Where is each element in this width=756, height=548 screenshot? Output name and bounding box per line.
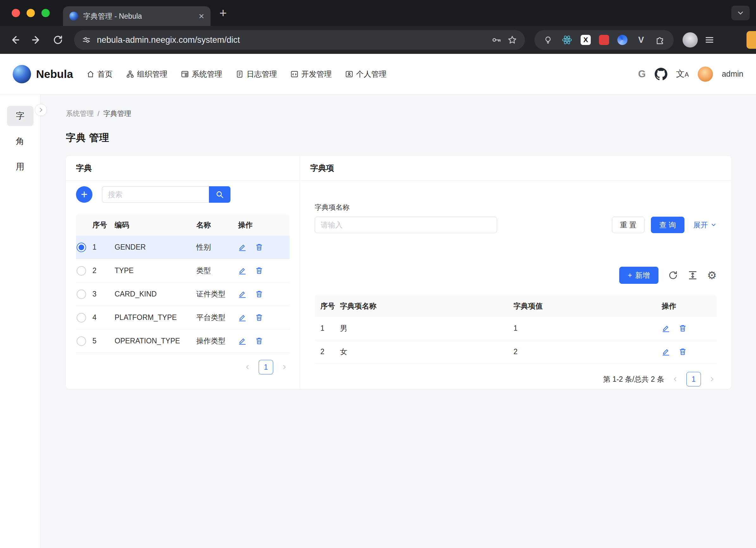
url-text[interactable]: nebula-admin.neegix.com/system/dict [97,35,240,45]
dict-search-button[interactable] [209,186,230,203]
row-index: 1 [92,243,115,251]
new-tab-button[interactable]: + [219,7,227,19]
dict-pagination: 1 [76,360,290,375]
page-number[interactable]: 1 [686,372,701,387]
sidebar-item-dict[interactable]: 字 [7,106,34,126]
nav-item-organization[interactable]: 组织管理 [126,69,167,79]
add-dict-button[interactable]: + [76,186,92,203]
nav-item-system[interactable]: 系统管理 [181,69,222,79]
delete-icon[interactable] [678,324,687,333]
delete-icon[interactable] [255,337,263,345]
side-panel-orange-icon[interactable] [747,31,756,49]
dict-search-input[interactable] [102,186,209,203]
nav-item-personal[interactable]: 个人管理 [345,69,387,79]
dict-row-platform-type[interactable]: 4 PLATFORM_TYPE 平台类型 [76,306,290,330]
dict-item-row-male[interactable]: 1 男 1 [315,317,717,340]
add-label: 新增 [635,270,650,280]
v-extension-icon[interactable]: V [636,35,646,45]
search-icon [215,190,224,199]
github-icon[interactable] [655,68,667,80]
edit-icon[interactable] [662,324,670,333]
page-number[interactable]: 1 [259,360,273,375]
tab-overflow-button[interactable] [731,6,750,20]
gitee-icon[interactable]: G [638,69,646,79]
sidebar-item-user[interactable]: 用 [7,156,34,177]
refresh-icon[interactable] [668,270,678,280]
browser-profile-avatar[interactable] [683,32,698,47]
row-index: 3 [92,290,115,299]
nav-label: 首页 [98,69,113,79]
delete-icon[interactable] [255,290,263,299]
user-avatar[interactable] [698,66,713,82]
red-extension-icon[interactable] [599,35,609,45]
window-zoom-button[interactable] [41,9,50,17]
prev-page-icon[interactable] [244,364,251,371]
row-radio-checked[interactable] [77,242,86,252]
dict-row-operation-type[interactable]: 5 OPERATION_TYPE 操作类型 [76,330,290,353]
nav-item-home[interactable]: 首页 [86,69,113,79]
next-page-icon[interactable] [281,364,288,371]
edit-icon[interactable] [238,290,247,299]
nav-label: 个人管理 [356,69,387,79]
row-radio[interactable] [77,313,86,323]
translate-icon[interactable]: 文A [676,70,689,78]
settings-gear-icon[interactable]: ⚙ [707,270,717,281]
expand-toggle[interactable]: 展开 [693,220,717,230]
dict-item-row-female[interactable]: 2 女 2 [315,340,717,364]
nav-item-logs[interactable]: 日志管理 [236,69,277,79]
edit-icon[interactable] [238,337,247,345]
browser-tab[interactable]: 字典管理 - Nebula × [63,6,211,26]
row-radio[interactable] [77,266,86,276]
delete-icon[interactable] [255,243,263,251]
breadcrumb-parent[interactable]: 系统管理 [66,109,94,118]
dict-item-name-input[interactable] [315,217,497,233]
window-close-button[interactable] [12,9,20,17]
system-icon [181,70,189,78]
edit-icon[interactable] [238,313,247,322]
delete-icon[interactable] [255,313,263,322]
forward-button[interactable] [29,33,44,47]
browser-toolbar: nebula-admin.neegix.com/system/dict X V [0,26,756,54]
password-key-icon[interactable] [491,35,501,45]
next-page-icon[interactable] [709,376,715,383]
bookmark-star-icon[interactable] [507,35,517,45]
nebula-logo[interactable] [13,65,31,83]
breadcrumb: 系统管理 / 字典管理 [66,109,731,118]
row-radio[interactable] [77,290,86,299]
row-index: 1 [315,324,340,333]
edit-icon[interactable] [238,243,247,251]
reset-button[interactable]: 重 置 [612,217,644,233]
filter-actions: 重 置 查 询 展开 [612,217,717,233]
react-extension-icon[interactable] [562,35,572,45]
person-card-icon [345,70,353,78]
edit-icon[interactable] [662,348,670,356]
delete-icon[interactable] [678,348,687,356]
dict-row-gender[interactable]: 1 GENDER 性别 [76,236,290,259]
column-height-icon[interactable] [688,270,698,280]
row-radio[interactable] [77,337,86,346]
nav-item-development[interactable]: 开发管理 [290,69,332,79]
sidebar-item-role[interactable]: 角 [7,131,34,151]
main-content: 系统管理 / 字典管理 字典 管理 字典 + [41,94,756,548]
blue-swirl-extension-icon[interactable] [617,35,627,45]
delete-icon[interactable] [255,266,263,275]
sidebar-collapse-button[interactable] [35,104,47,116]
add-dict-item-button[interactable]: + 新增 [619,267,658,284]
reload-button[interactable] [51,33,65,47]
dict-row-card-kind[interactable]: 3 CARD_KIND 证件类型 [76,283,290,306]
edit-icon[interactable] [238,266,247,275]
code-icon [290,70,299,78]
prev-page-icon[interactable] [672,376,679,383]
x-extension-icon[interactable]: X [581,35,591,45]
site-info-icon[interactable] [82,35,91,45]
tab-close-icon[interactable]: × [198,11,204,21]
puzzle-extensions-icon[interactable] [655,35,665,45]
nav-label: 组织管理 [137,69,167,79]
address-bar[interactable]: nebula-admin.neegix.com/system/dict [74,30,525,50]
query-button[interactable]: 查 询 [651,217,684,233]
window-minimize-button[interactable] [27,9,35,17]
browser-menu-icon[interactable] [702,33,717,47]
back-button[interactable] [8,33,22,47]
dict-row-type[interactable]: 2 TYPE 类型 [76,259,290,283]
lightbulb-extension-icon[interactable] [543,35,553,45]
